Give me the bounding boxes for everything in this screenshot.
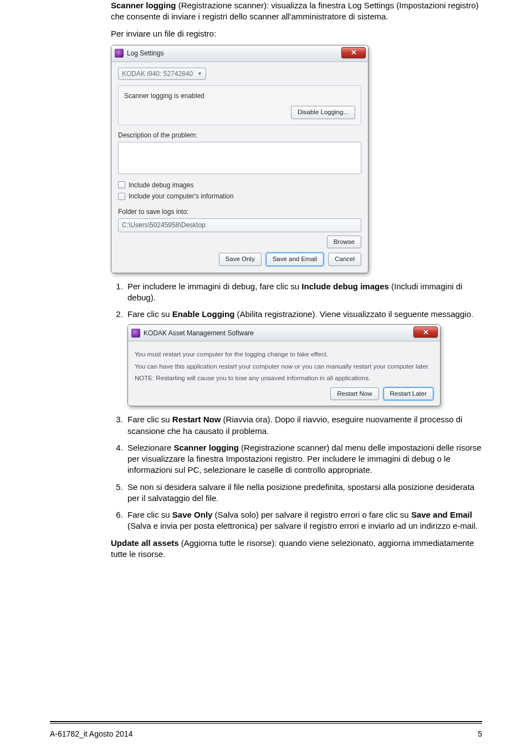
save-only-button[interactable]: Save Only [219, 253, 262, 266]
step-6: Fare clic su Save Only (Salva solo) per … [125, 509, 482, 532]
app-icon [115, 49, 124, 58]
chevron-down-icon: ▼ [197, 70, 202, 77]
dialog-line-3: NOTE: Restarting will cause you to lose … [135, 374, 433, 383]
include-debug-row[interactable]: Include debug images [118, 181, 361, 190]
log-settings-window: Log Settings ✕ KODAK i940: 52742840 ▼ Sc… [111, 45, 369, 273]
lead-text: Per inviare un file di registro: [111, 28, 482, 39]
page-footer: A-61782_it Agosto 2014 5 [50, 729, 482, 739]
save-and-email-button[interactable]: Save and Email [266, 253, 324, 266]
close-button[interactable]: ✕ [413, 326, 438, 338]
restart-later-button[interactable]: Restart Later [383, 387, 433, 401]
checkbox-icon [118, 193, 125, 200]
description-textarea[interactable] [118, 142, 361, 174]
footer-right: 5 [478, 729, 482, 739]
logging-status-text: Scanner logging is enabled [124, 91, 355, 100]
include-debug-label: Include debug images [129, 181, 193, 190]
window-title: KODAK Asset Management Software [144, 329, 254, 338]
titlebar: KODAK Asset Management Software ✕ [128, 325, 440, 341]
close-icon: ✕ [423, 328, 429, 338]
close-icon: ✕ [351, 48, 357, 58]
app-icon [131, 329, 140, 338]
description-label: Description of the problem: [118, 131, 361, 140]
step-1: Per includere le immagini di debug, fare… [125, 281, 482, 304]
scanner-select-text: KODAK i940: 52742840 [122, 69, 193, 78]
disable-logging-button[interactable]: Disable Logging... [291, 106, 355, 119]
folder-label: Folder to save logs into: [118, 207, 361, 216]
cancel-button[interactable]: Cancel [328, 253, 361, 266]
include-pc-row[interactable]: Include your computer's information [118, 192, 361, 201]
scanner-select[interactable]: KODAK i940: 52742840 ▼ [118, 68, 206, 80]
dialog-line-1: You must restart your computer for the l… [135, 350, 433, 359]
include-pc-label: Include your computer's information [129, 192, 234, 201]
intro-paragraph: Scanner logging (Registrazione scanner):… [111, 0, 482, 23]
restart-now-button[interactable]: Restart Now [330, 387, 378, 401]
close-button[interactable]: ✕ [341, 47, 366, 58]
folder-path-field[interactable]: C:\Users\50245958\Desktop [118, 218, 361, 232]
footer-left: A-61782_it Agosto 2014 [50, 729, 132, 739]
logging-status-group: Scanner logging is enabled Disable Loggi… [118, 85, 361, 125]
checkbox-icon [118, 181, 125, 188]
window-title: Log Settings [127, 49, 164, 58]
intro-bold: Scanner logging [111, 1, 176, 10]
step-5: Se non si desidera salvare il file nella… [125, 482, 482, 504]
outro-bold: Update all assets [111, 538, 179, 548]
restart-dialog: KODAK Asset Management Software ✕ You mu… [127, 324, 441, 406]
dialog-line-2: You can have this application restart yo… [135, 362, 433, 371]
outro-paragraph: Update all assets (Aggiorna tutte le ris… [111, 538, 482, 560]
step-4: Selezionare Scanner logging (Registrazio… [125, 442, 482, 476]
browse-button[interactable]: Browse [327, 236, 361, 249]
step-3: Fare clic su Restart Now (Riavvia ora). … [125, 414, 482, 437]
titlebar: Log Settings ✕ [111, 45, 368, 62]
step-2: Fare clic su Enable Logging (Abilita reg… [125, 309, 482, 406]
